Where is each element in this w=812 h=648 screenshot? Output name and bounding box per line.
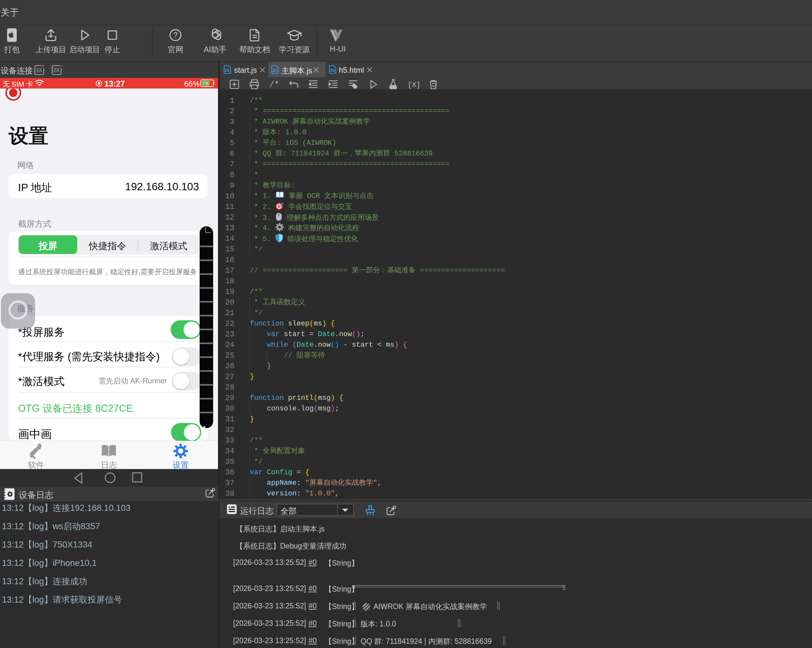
svg-text:1X: 1X bbox=[36, 68, 42, 73]
svg-text:[X]: [X] bbox=[408, 81, 420, 89]
svg-text:JS: JS bbox=[272, 68, 277, 73]
svg-text:2X: 2X bbox=[53, 68, 60, 73]
svg-text:JS: JS bbox=[224, 68, 230, 73]
svg-text:/*: /* bbox=[269, 80, 279, 90]
svg-text:?: ? bbox=[173, 30, 177, 39]
svg-text:JS: JS bbox=[330, 68, 335, 73]
